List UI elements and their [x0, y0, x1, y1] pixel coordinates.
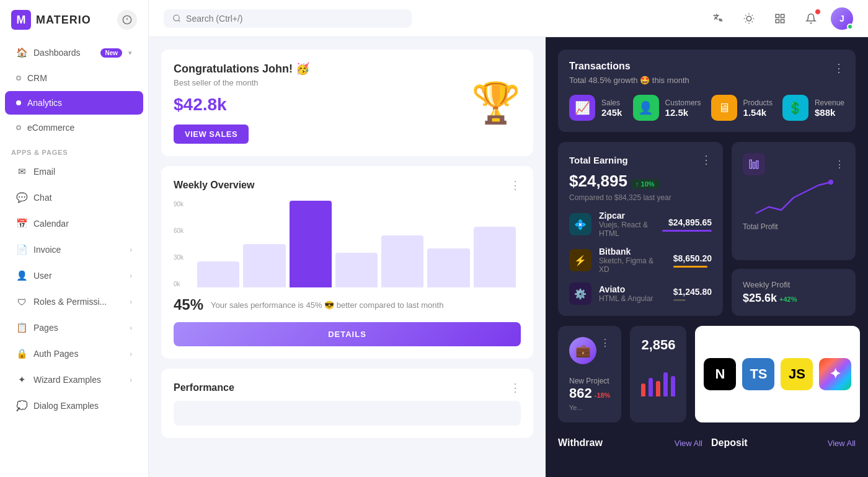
zipcar-icon: 💠: [569, 213, 591, 235]
dashboards-label: Dashboards: [33, 48, 94, 58]
weekly-profit-label: Weekly Profit: [743, 280, 844, 289]
total-earning-card: Total Earning ⋮ $24,895 ↑ 10% Compared t…: [558, 142, 723, 316]
apps-section-label: APPS & PAGES: [0, 140, 148, 159]
transactions-grid: 📈 Sales 245k 👤 Customers 12.5k: [569, 95, 844, 121]
brightness-btn[interactable]: [738, 7, 760, 30]
sidebar-item-wizard[interactable]: ✦ Wizard Examples ›: [5, 367, 143, 392]
sidebar-item-pages[interactable]: 📋 Pages ›: [5, 315, 143, 340]
congrats-title: Congratulations John! 🥳: [174, 62, 459, 76]
user-arrow: ›: [130, 272, 132, 279]
svg-rect-19: [753, 162, 755, 168]
details-button[interactable]: DETAILS: [174, 322, 521, 346]
withdraw-view-all[interactable]: View All: [675, 439, 702, 448]
footer-row: Withdraw View All Deposit View All: [558, 432, 856, 449]
sidebar-item-analytics[interactable]: Analytics: [5, 91, 143, 115]
profit-chart-icon: [743, 153, 765, 175]
sidebar-item-invoice[interactable]: 📄 Invoice ›: [5, 237, 143, 262]
sidebar-item-dashboards[interactable]: 🏠 Dashboards New ▾: [5, 40, 143, 65]
brand-name: MATERIO: [36, 14, 91, 27]
logo-letter: M: [17, 14, 26, 27]
bitbank-amount: $8,650.20: [673, 253, 712, 263]
pages-icon: 📋: [16, 322, 27, 333]
performance-menu-btn[interactable]: ⋮: [510, 381, 521, 395]
weekly-bar-chart: [192, 201, 521, 287]
search-bar[interactable]: [164, 9, 412, 28]
sidebar-logo: M MATERIO: [0, 0, 148, 40]
sidebar-toggle-btn[interactable]: [117, 10, 137, 30]
project-label: New Project: [569, 377, 610, 385]
profit-line-chart: [743, 179, 844, 216]
weekly-profit-amount: $25.6k: [743, 292, 777, 305]
main-area: J Congratulations John! 🥳 Best seller of…: [149, 0, 868, 477]
online-indicator: [847, 24, 853, 30]
sidebar-item-auth[interactable]: 🔒 Auth Pages ›: [5, 341, 143, 366]
weekly-footer: 45% Your sales performance is 45% 😎 bett…: [174, 296, 521, 313]
weekly-percent: 45%: [174, 296, 203, 313]
transactions-title: Transactions: [569, 61, 833, 72]
calendar-label: Calendar: [33, 219, 132, 229]
view-sales-button[interactable]: VIEW SALES: [174, 125, 249, 144]
user-avatar[interactable]: J: [831, 7, 853, 30]
search-input[interactable]: [186, 14, 403, 24]
svg-rect-17: [781, 19, 784, 22]
sidebar-item-email[interactable]: ✉ Email: [5, 159, 143, 184]
wizard-arrow: ›: [130, 376, 132, 383]
project-icon: 💼: [569, 337, 596, 364]
email-icon: ✉: [16, 166, 27, 177]
grid-btn[interactable]: [769, 7, 791, 30]
sidebar-item-dialog[interactable]: 💭 Dialog Examples: [5, 393, 143, 418]
home-icon: 🏠: [16, 47, 27, 58]
notification-btn[interactable]: [800, 7, 822, 30]
earning-menu-btn[interactable]: ⋮: [701, 153, 712, 167]
earning-item-zipcar: 💠 Zipcar Vuejs, React & HTML $24,895.65: [569, 211, 712, 238]
search-icon: [172, 14, 181, 23]
sidebar-item-ecommerce[interactable]: eCommerce: [5, 116, 143, 139]
bitbank-info: Bitbank Sketch, Figma & XD: [599, 247, 666, 274]
sidebar-item-roles[interactable]: 🛡 Roles & Permissi... ›: [5, 289, 143, 314]
weekly-bars-value: 2,856: [641, 337, 675, 353]
deposit-section: Deposit View All: [711, 432, 856, 449]
withdraw-title: Withdraw: [558, 437, 603, 449]
brand-logo-icon: M: [11, 10, 31, 30]
project-menu-btn[interactable]: ⋮: [600, 337, 610, 349]
weekly-menu-btn[interactable]: ⋮: [510, 178, 521, 192]
trans-item-customers: 👤 Customers 12.5k: [633, 95, 701, 121]
mini-bar-3: [656, 381, 660, 396]
weekly-header: Weekly Overview ⋮: [174, 178, 521, 192]
svg-rect-16: [776, 19, 779, 22]
dashboards-badge: New: [100, 48, 122, 58]
transactions-menu-btn[interactable]: ⋮: [833, 61, 844, 75]
dialog-icon: 💭: [16, 400, 27, 411]
content-left: Congratulations John! 🥳 Best seller of t…: [149, 37, 546, 477]
email-label: Email: [33, 167, 132, 177]
sidebar-item-chat[interactable]: 💬 Chat: [5, 185, 143, 210]
roles-arrow: ›: [130, 298, 132, 305]
y-label-60k: 60k: [174, 227, 184, 234]
shield-icon: 🛡: [16, 296, 27, 307]
ecommerce-dot: [16, 125, 21, 130]
mini-bar-1: [641, 383, 645, 396]
y-label-0k: 0k: [174, 281, 184, 287]
header-actions: J: [707, 7, 853, 30]
zipcar-info: Zipcar Vuejs, React & HTML: [599, 211, 655, 238]
user-icon: 👤: [16, 270, 27, 281]
svg-line-8: [745, 15, 746, 15]
header: J: [149, 0, 868, 37]
profit-menu-btn[interactable]: ⋮: [835, 159, 844, 170]
sidebar-item-user[interactable]: 👤 User ›: [5, 263, 143, 288]
sidebar-item-crm[interactable]: CRM: [5, 66, 143, 90]
deposit-view-all[interactable]: View All: [828, 439, 856, 448]
bitbank-bar: [673, 266, 707, 268]
sidebar-item-calendar[interactable]: 📅 Calendar: [5, 211, 143, 236]
profit-column: ⋮ Total Profit Weekly Profit $25.6: [732, 142, 856, 316]
translate-btn[interactable]: [707, 7, 729, 30]
earning-item-aviato: ⚙️ Aviato HTML & Angular $1,245.80: [569, 282, 712, 305]
bar-1: [197, 261, 239, 287]
trans-item-sales: 📈 Sales 245k: [569, 95, 623, 121]
weekly-desc: Your sales performance is 45% 😎 better c…: [211, 300, 443, 310]
customers-icon: 👤: [633, 95, 659, 121]
chat-label: Chat: [33, 193, 132, 203]
svg-rect-20: [756, 161, 758, 168]
svg-line-9: [752, 21, 753, 22]
user-label: User: [33, 271, 123, 281]
